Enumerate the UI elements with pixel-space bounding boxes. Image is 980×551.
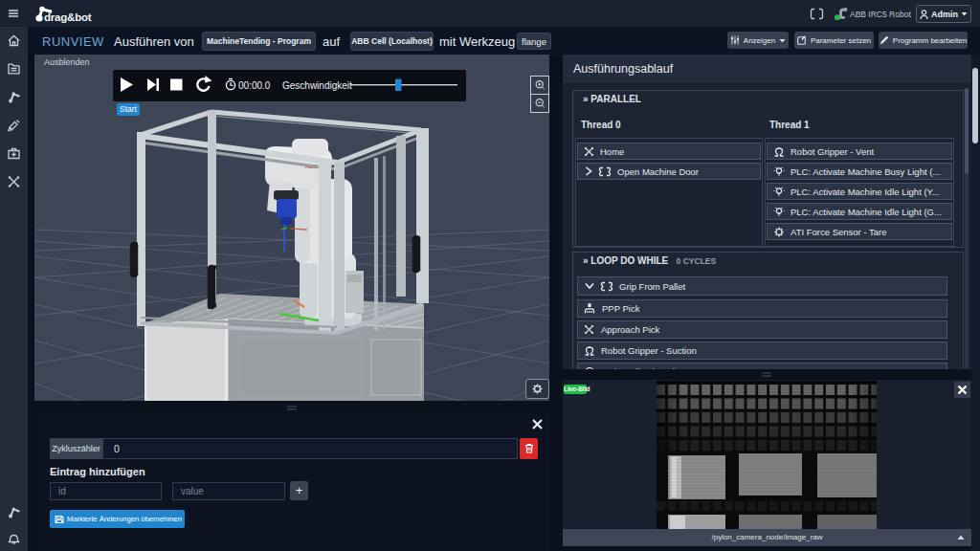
svg-text:Geschwindigkeit: Geschwindigkeit bbox=[282, 80, 352, 91]
svg-text:00:00.0: 00:00.0 bbox=[238, 80, 271, 91]
